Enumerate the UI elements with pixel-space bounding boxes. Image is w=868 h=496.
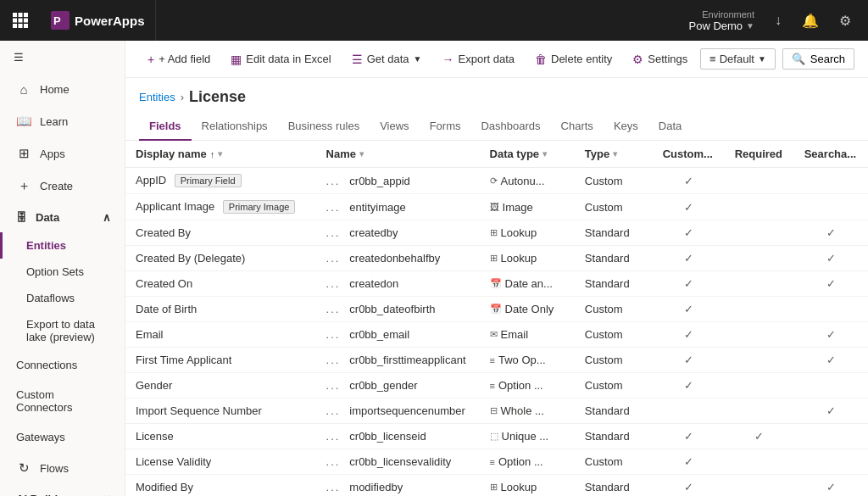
cell-type-3: Standard [575, 246, 653, 271]
cell-data-type-10: ⬚ Unique ... [480, 424, 575, 449]
table-row: Date of Birth ... cr0bb_dateofbirth 📅 Da… [125, 297, 868, 322]
cell-type-6: Custom [575, 322, 653, 348]
row-menu-dots[interactable]: ... [326, 226, 341, 239]
data-type-icon: ⊞ [490, 253, 498, 264]
sidebar-item-flows[interactable]: ↻ Flows [0, 452, 125, 484]
tab-fields[interactable]: Fields [139, 113, 192, 141]
home-icon: ⌂ [16, 82, 31, 97]
svg-rect-5 [24, 19, 28, 23]
col-header-name[interactable]: Name ▾ [316, 141, 480, 168]
tab-dashboards[interactable]: Dashboards [470, 113, 550, 141]
data-type-icon: 📅 [490, 278, 502, 289]
export-icon: → [442, 53, 454, 66]
svg-rect-6 [13, 24, 17, 28]
cell-type-1: Custom [575, 194, 653, 220]
delete-icon: 🗑 [535, 53, 547, 66]
col-header-data-type[interactable]: Data type ▾ [480, 141, 575, 168]
cell-custom-8: ✓ [653, 373, 725, 398]
delete-entity-button[interactable]: 🗑 Delete entity [526, 47, 620, 71]
tab-charts[interactable]: Charts [551, 113, 604, 141]
sidebar-item-apps[interactable]: ⊞ Apps [0, 137, 125, 170]
search-box[interactable]: 🔍 Search [782, 48, 854, 70]
flows-icon: ↻ [16, 460, 31, 476]
data-chevron-icon: ∧ [103, 211, 111, 224]
breadcrumb-parent[interactable]: Entities [139, 91, 175, 103]
data-type-label: Lookup [501, 226, 537, 239]
sidebar-item-custom-connectors[interactable]: Custom Connectors [0, 380, 125, 422]
row-menu-dots[interactable]: ... [326, 430, 341, 443]
tab-business-rules[interactable]: Business rules [278, 113, 370, 141]
sidebar-item-learn[interactable]: 📖 Learn [0, 105, 125, 137]
sidebar-sub-option-sets[interactable]: Option Sets [0, 259, 125, 285]
display-name-text: License [136, 430, 174, 443]
cell-type-8: Custom [575, 373, 653, 398]
cell-type-10: Standard [575, 424, 653, 449]
fields-table-container: Display name ↑ ▾ Name ▾ [125, 141, 868, 496]
apps-icon: ⊞ [16, 146, 31, 161]
cell-data-type-11: ≡ Option ... [480, 449, 575, 475]
cell-custom-7: ✓ [653, 348, 725, 373]
row-menu-dots[interactable]: ... [326, 201, 341, 214]
cell-internal-name: createdon [349, 277, 398, 290]
sidebar-sub-entities[interactable]: Entities [0, 232, 125, 259]
gear-icon[interactable]: ⚙ [832, 6, 858, 36]
cell-display-name-5: Date of Birth [125, 297, 316, 322]
field-badge: Primary Image [223, 200, 296, 214]
col-header-display-name[interactable]: Display name ↑ ▾ [125, 141, 316, 168]
row-menu-dots[interactable]: ... [326, 277, 341, 290]
row-menu-dots[interactable]: ... [326, 481, 341, 493]
get-data-chevron: ▼ [414, 54, 422, 64]
table-row: AppID Primary Field ... cr0bb_appid ⟳ Au… [125, 168, 868, 194]
col-header-required[interactable]: Required [725, 141, 794, 168]
bell-icon[interactable]: 🔔 [795, 6, 826, 36]
sidebar-sub-dataflows[interactable]: Dataflows [0, 285, 125, 311]
sidebar-sub-export-data-lake[interactable]: Export to data lake (preview) [0, 311, 125, 350]
hamburger-menu[interactable]: ☰ [0, 41, 125, 74]
waffle-menu[interactable] [0, 0, 41, 41]
download-icon[interactable]: ↓ [768, 6, 788, 35]
row-menu-dots[interactable]: ... [326, 404, 341, 417]
cell-dots-10: ... cr0bb_licenseid [316, 424, 480, 449]
cell-data-type-9: ⊟ Whole ... [480, 398, 575, 424]
sidebar-item-gateways[interactable]: Gateways [0, 422, 125, 452]
get-data-button[interactable]: ☰ Get data ▼ [343, 47, 431, 71]
sidebar-item-create[interactable]: ＋ Create [0, 170, 125, 203]
environment-selector[interactable]: Environment Pow Demo ▼ [682, 6, 761, 36]
row-menu-dots[interactable]: ... [326, 328, 341, 341]
display-name-text: Gender [136, 379, 172, 392]
tab-data[interactable]: Data [648, 113, 692, 141]
row-menu-dots[interactable]: ... [326, 252, 341, 265]
cell-custom-0: ✓ [653, 168, 725, 194]
col-header-searchable[interactable]: Searcha... [794, 141, 868, 168]
row-menu-dots[interactable]: ... [326, 175, 341, 187]
sidebar-item-home[interactable]: ⌂ Home [0, 74, 125, 105]
cell-type-7: Custom [575, 348, 653, 373]
col-header-type[interactable]: Type ▾ [575, 141, 653, 168]
tab-relationships[interactable]: Relationships [192, 113, 278, 141]
tab-keys[interactable]: Keys [604, 113, 648, 141]
data-type-label: Lookup [501, 481, 537, 493]
searchable-check: ✓ [826, 252, 836, 265]
svg-rect-8 [24, 24, 28, 28]
sidebar-item-connections[interactable]: Connections [0, 350, 125, 380]
sidebar-item-data[interactable]: 🗄 Data ∧ [0, 203, 125, 232]
default-view-button[interactable]: ≡ Default ▼ [700, 48, 776, 70]
row-menu-dots[interactable]: ... [326, 379, 341, 392]
learn-icon: 📖 [16, 114, 31, 129]
tab-views[interactable]: Views [370, 113, 419, 141]
cell-internal-name: importsequencenumber [349, 404, 465, 417]
cell-dots-7: ... cr0bb_firsttimeapplicant [316, 348, 480, 373]
table-row: Email ... cr0bb_email ✉ Email Custom ✓ ✓ [125, 322, 868, 348]
export-data-button[interactable]: → Export data [434, 47, 524, 71]
row-menu-dots[interactable]: ... [326, 455, 341, 468]
table-row: Created On ... createdon 📅 Date an... St… [125, 271, 868, 297]
cell-type-5: Custom [575, 297, 653, 322]
row-menu-dots[interactable]: ... [326, 303, 341, 315]
settings-button[interactable]: ⚙ Settings [624, 47, 696, 71]
edit-excel-button[interactable]: ▦ Edit data in Excel [222, 47, 339, 71]
add-field-button[interactable]: + + Add field [139, 47, 219, 71]
row-menu-dots[interactable]: ... [326, 354, 341, 366]
sidebar-item-ai-builder[interactable]: AI Builder ∨ [0, 484, 125, 496]
tab-forms[interactable]: Forms [420, 113, 471, 141]
col-header-custom[interactable]: Custom... [653, 141, 725, 168]
